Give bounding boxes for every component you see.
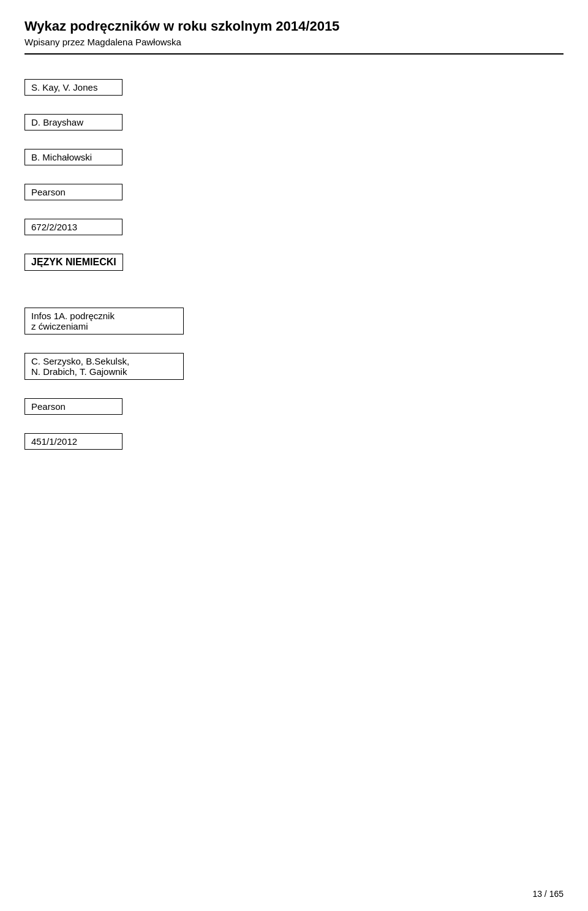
book-title-cell: Infos 1A. podręcznik z ćwiczeniami [24, 308, 184, 335]
code-row-1: 672/2/2013 [24, 219, 564, 235]
page-header: Wykaz podręczników w roku szkolnym 2014/… [24, 18, 564, 47]
section-heading-row: JĘZYK NIEMIECKI [24, 254, 564, 289]
code-cell-1: 672/2/2013 [24, 219, 123, 235]
author-cell-2: D. Brayshaw [24, 114, 123, 130]
author-row-3: B. Michałowski [24, 149, 564, 165]
page-subtitle: Wpisany przez Magdalena Pawłowska [24, 37, 564, 47]
section-heading: JĘZYK NIEMIECKI [24, 254, 123, 271]
code-cell-2: 451/1/2012 [24, 433, 123, 450]
book-authors-cell: C. Serzysko, B.Sekulsk, N. Drabich, T. G… [24, 353, 184, 380]
publisher-cell-2: Pearson [24, 398, 123, 415]
page-title: Wykaz podręczników w roku szkolnym 2014/… [24, 18, 564, 34]
book-authors-row: C. Serzysko, B.Sekulsk, N. Drabich, T. G… [24, 353, 564, 380]
publisher-row-2: Pearson [24, 398, 564, 415]
author-row-2: D. Brayshaw [24, 114, 564, 130]
code-row-2: 451/1/2012 [24, 433, 564, 450]
book-title-row: Infos 1A. podręcznik z ćwiczeniami [24, 308, 564, 335]
publisher-row-1: Pearson [24, 184, 564, 200]
page-number: 13 / 165 [532, 889, 564, 899]
header-divider [24, 53, 564, 55]
author-row-1: S. Kay, V. Jones [24, 79, 564, 96]
author-cell-1: S. Kay, V. Jones [24, 79, 123, 96]
author-cell-3: B. Michałowski [24, 149, 123, 165]
publisher-cell-1: Pearson [24, 184, 123, 200]
page-container: Wykaz podręczników w roku szkolnym 2014/… [0, 0, 588, 911]
